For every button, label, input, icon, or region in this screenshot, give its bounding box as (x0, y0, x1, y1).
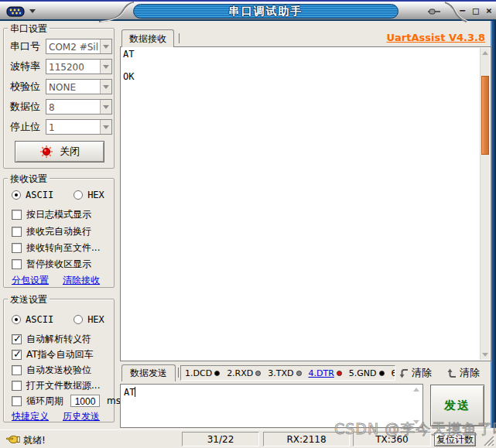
send-history-link[interactable]: 历史发送 (63, 410, 100, 423)
titlebar-pill: 串口调试助手 (133, 4, 399, 19)
send-format-row: ASCII HEX (12, 313, 104, 326)
receive-scrollbar[interactable] (480, 48, 490, 360)
port-select[interactable]: COM2 #Sil (46, 39, 112, 54)
signal-dtr[interactable]: 4.DTR (309, 368, 342, 378)
log-mode-row: 按日志模式显示 (12, 208, 91, 221)
reset-count-button[interactable]: 复位计数 (434, 433, 476, 446)
send-input-scroll[interactable] (412, 388, 420, 424)
at-auto-cr-checkbox[interactable] (12, 350, 22, 360)
log-mode-checkbox[interactable] (12, 210, 22, 220)
at-auto-cr-row: AT指令自动回车 (12, 348, 94, 361)
parity-row: 校验位 NONE (10, 79, 112, 94)
tab-data-send[interactable]: 数据发送 (121, 364, 176, 381)
close-button[interactable]: × (483, 5, 495, 17)
signal-gnd-dot (379, 371, 385, 376)
send-settings-group: 发送设置 ASCII HEX 自动解析转义符 AT指令自动回车 自动发送校验位 … (3, 299, 115, 422)
tab-separator (179, 33, 180, 43)
signal-panel: 1.DCD 2.RXD 3.TXD 4.DTR 5.GND 6.D (180, 365, 395, 381)
send-hex-radio[interactable] (74, 315, 83, 324)
signal-txd: 3.TXD (268, 368, 301, 378)
uartassist-version-link[interactable]: UartAssist V4.3.8 (387, 32, 486, 43)
stopbits-label: 停止位 (10, 120, 46, 134)
escape-parse-row: 自动解析转义符 (12, 333, 91, 345)
stopbits-row: 停止位 1 (10, 119, 112, 135)
auto-newline-checkbox[interactable] (12, 227, 22, 237)
combo-arrow-icon[interactable] (100, 120, 111, 134)
window-title: 串口调试助手 (229, 5, 303, 19)
text-caret (135, 387, 135, 397)
up-hook-arrow-icon (446, 368, 457, 379)
clear-receive-link[interactable]: 清除接收 (63, 274, 100, 287)
auto-checksum-checkbox[interactable] (12, 365, 22, 375)
signal-dsr: 6.D (392, 368, 395, 378)
send-ascii-radio[interactable] (12, 315, 21, 324)
escape-parse-checkbox[interactable] (12, 334, 22, 344)
clear-receive-button[interactable]: 清除 (398, 365, 432, 381)
pause-display-checkbox[interactable] (12, 259, 22, 269)
app-menu-arrow-icon[interactable] (29, 9, 36, 13)
scroll-up-icon[interactable] (481, 48, 490, 58)
stopbits-select[interactable]: 1 (46, 119, 112, 135)
receive-to-file-checkbox[interactable] (12, 243, 22, 253)
databits-row: 数据位 8 (10, 99, 112, 115)
combo-arrow-icon[interactable] (100, 60, 111, 74)
scroll-up-icon[interactable] (413, 388, 419, 392)
signal-rxd: 2.RXD (227, 368, 261, 378)
titlebar[interactable]: 串口调试助手 − □ × (0, 0, 496, 21)
receive-settings-group: 接收设置 ASCII HEX 按日志模式显示 接收完自动换行 接收转向至文件..… (3, 178, 115, 288)
app-window: 串口调试助手 − □ × 串口设置 串口号 COM2 #Sil 波特率 1152 (0, 0, 496, 448)
combo-arrow-icon[interactable] (100, 39, 111, 53)
status-ready-text: 就绪! (23, 434, 46, 447)
scrollbar-thumb[interactable] (481, 76, 489, 155)
pause-display-row: 暂停接收区显示 (12, 258, 91, 270)
close-port-label: 关闭 (60, 145, 80, 159)
receive-ascii-radio[interactable] (12, 190, 21, 200)
auto-newline-row: 接收完自动换行 (12, 225, 91, 238)
shortcut-define-link[interactable]: 快捷定义 (12, 410, 49, 423)
scroll-down-icon[interactable] (413, 420, 419, 424)
cycle-unit-label: ms (107, 395, 121, 406)
port-row: 串口号 COM2 #Sil (10, 39, 112, 54)
window-right-border (491, 21, 496, 428)
baud-select[interactable]: 115200 (46, 59, 112, 74)
tab-data-receive[interactable]: 数据接收 (121, 29, 174, 47)
minimize-button[interactable]: − (457, 5, 469, 17)
app-icon[interactable] (6, 5, 26, 18)
combo-arrow-icon[interactable] (100, 100, 111, 114)
file-source-checkbox[interactable] (12, 381, 22, 391)
receive-hex-radio[interactable] (74, 190, 83, 200)
baud-row: 波特率 115200 (10, 59, 112, 74)
file-source-row: 打开文件数据源... (12, 379, 100, 392)
pushpin-icon[interactable] (427, 5, 443, 18)
receive-content: AT OK (123, 49, 478, 359)
receive-format-row: ASCII HEX (12, 189, 104, 201)
resize-grip[interactable] (484, 436, 494, 446)
send-button[interactable]: 发送 (430, 385, 484, 426)
led-red-icon (39, 145, 53, 159)
cycle-period-input[interactable] (70, 395, 100, 407)
signal-txd-dot (296, 371, 302, 376)
combo-arrow-icon[interactable] (100, 80, 111, 94)
ready-hand-icon (6, 433, 20, 445)
databits-select[interactable]: 8 (46, 99, 112, 115)
parity-select[interactable]: NONE (46, 79, 112, 94)
receive-textarea[interactable]: AT OK (120, 46, 491, 361)
signal-dcd-dot (214, 371, 220, 376)
send-input-text: AT (124, 387, 135, 398)
receive-settings-title: 接收设置 (8, 173, 50, 186)
tx-count-panel: TX:360 (353, 432, 431, 446)
send-input[interactable]: AT (120, 384, 423, 428)
clear-send-button[interactable]: 清除 (446, 365, 480, 381)
signal-gnd: 5.GND (349, 368, 385, 378)
scroll-down-icon[interactable] (481, 350, 490, 360)
tab-separator (178, 368, 179, 378)
signal-dcd: 1.DCD (185, 368, 220, 378)
titlebar-swoosh-left (97, 2, 135, 22)
packet-settings-link[interactable]: 分包设置 (12, 274, 49, 287)
close-port-button[interactable]: 关闭 (15, 141, 104, 162)
port-label: 串口号 (10, 39, 46, 53)
databits-label: 数据位 (10, 100, 46, 114)
serial-settings-title: 串口设置 (8, 22, 50, 36)
cycle-period-checkbox[interactable] (12, 396, 22, 406)
maximize-button[interactable]: □ (470, 5, 482, 17)
